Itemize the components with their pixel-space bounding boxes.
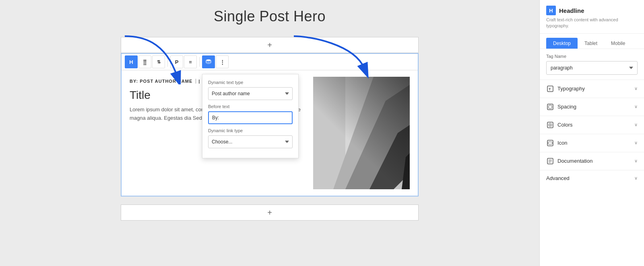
tab-mobile[interactable]: Mobile <box>604 38 632 49</box>
accordion-icon-header[interactable]: Icon ∨ <box>540 134 644 152</box>
plugin-title-row: H Headline <box>546 6 638 15</box>
icon-label: Icon <box>557 140 568 146</box>
tag-name-select[interactable]: paragraph h1 h2 h3 div span <box>546 61 638 75</box>
accordion-icon-left: Icon <box>546 139 568 147</box>
typography-icon: T <box>546 85 554 93</box>
typography-chevron: ∨ <box>634 86 638 91</box>
tab-tablet[interactable]: Tablet <box>578 38 604 49</box>
tag-name-section: Tag Name paragraph h1 h2 h3 div span <box>540 49 644 80</box>
svg-point-15 <box>550 124 551 125</box>
plugin-description: Craft text-rich content with advanced ty… <box>546 17 638 29</box>
main-canvas: Single Post Hero + H ⣿ ⇅ <box>0 0 539 266</box>
dynamic-text-type-select[interactable]: Post author name Post title Post date Po… <box>208 87 293 100</box>
svg-rect-12 <box>549 105 552 108</box>
tag-name-label: Tag Name <box>546 54 638 59</box>
accordion-colors-header[interactable]: Colors ∨ <box>540 116 644 134</box>
svg-point-2 <box>206 59 211 61</box>
svg-rect-11 <box>547 104 553 110</box>
plugin-icon: H <box>546 6 556 15</box>
advanced-chevron: ∨ <box>634 176 638 181</box>
plugin-name: Headline <box>559 7 584 14</box>
image-svg <box>313 77 410 189</box>
spacing-label: Spacing <box>557 104 576 110</box>
icon-chevron: ∨ <box>634 140 638 145</box>
dynamic-link-type-select[interactable]: Choose... Post URL Author URL Category U… <box>208 135 293 148</box>
documentation-icon <box>546 157 554 165</box>
arrow-right-annotation <box>290 32 370 80</box>
accordion-spacing: Spacing ∨ <box>540 98 644 116</box>
before-text-input[interactable] <box>208 111 293 124</box>
accordion-documentation: Documentation ∨ <box>540 152 644 170</box>
accordion-colors: Colors ∨ <box>540 116 644 134</box>
svg-marker-5 <box>333 77 410 189</box>
right-sidebar: H Headline Craft text-rich content with … <box>539 0 644 266</box>
spacing-chevron: ∨ <box>634 104 638 109</box>
accordion-documentation-left: Documentation <box>546 157 592 165</box>
accordion-typography-left: T Typography <box>546 85 585 93</box>
dynamic-text-type-label: Dynamic text type <box>208 80 293 85</box>
tab-desktop[interactable]: Desktop <box>546 38 578 49</box>
accordion-colors-left: Colors <box>546 121 573 129</box>
accordion-typography: T Typography ∨ <box>540 80 644 98</box>
accordion-documentation-header[interactable]: Documentation ∨ <box>540 152 644 170</box>
svg-marker-6 <box>345 85 410 189</box>
svg-marker-8 <box>402 153 410 189</box>
block-image <box>313 77 410 189</box>
svg-rect-3 <box>313 77 410 189</box>
toolbar-divider-2 <box>199 57 200 67</box>
before-text-label: Before text <box>208 104 293 109</box>
colors-chevron: ∨ <box>634 122 638 127</box>
toolbar-more-button[interactable]: ⋮ <box>216 55 229 68</box>
sidebar-header: H Headline Craft text-rich content with … <box>540 0 644 34</box>
svg-rect-4 <box>345 77 410 157</box>
database-icon <box>206 59 211 65</box>
svg-text:T: T <box>549 87 551 91</box>
icon-section-icon <box>546 139 554 147</box>
device-tabs: Desktop Tablet Mobile <box>540 34 644 49</box>
documentation-label: Documentation <box>557 158 592 164</box>
add-block-bottom-button[interactable]: + <box>121 205 419 221</box>
colors-icon <box>546 121 554 129</box>
dynamic-text-popup: Dynamic text type Post author name Post … <box>202 74 299 158</box>
advanced-label: Advanced <box>546 175 570 181</box>
accordion-spacing-header[interactable]: Spacing ∨ <box>540 98 644 116</box>
svg-rect-17 <box>548 142 552 144</box>
spacing-icon <box>546 103 554 111</box>
svg-marker-7 <box>369 125 410 189</box>
documentation-chevron: ∨ <box>634 158 638 164</box>
accordion-spacing-left: Spacing <box>546 103 576 111</box>
dynamic-link-type-label: Dynamic link type <box>208 128 293 133</box>
colors-label: Colors <box>557 122 573 128</box>
arrow-left-annotation <box>117 32 189 84</box>
advanced-section[interactable]: Advanced ∨ <box>540 170 644 186</box>
toolbar-database-button[interactable] <box>202 55 215 68</box>
page-title: Single Post Hero <box>214 8 326 25</box>
accordion-typography-header[interactable]: T Typography ∨ <box>540 80 644 98</box>
accordion-icon: Icon ∨ <box>540 134 644 152</box>
byline-separator: | <box>198 79 200 84</box>
typography-label: Typography <box>557 86 585 92</box>
